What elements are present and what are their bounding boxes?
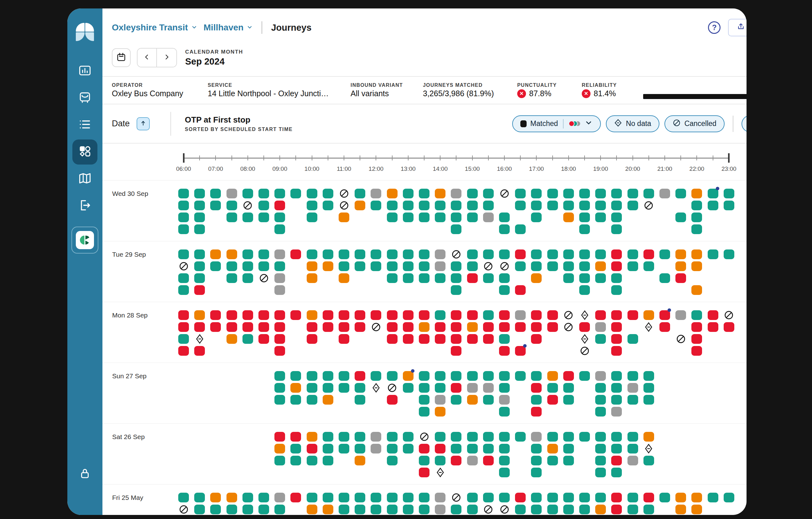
- journey-cell[interactable]: [579, 504, 590, 514]
- journey-cell[interactable]: [290, 310, 301, 320]
- journey-cell[interactable]: [531, 504, 542, 514]
- journey-cell[interactable]: [371, 504, 381, 514]
- journey-cell[interactable]: [227, 504, 237, 514]
- journey-cell[interactable]: [355, 444, 365, 454]
- journey-cancelled-icon[interactable]: [500, 189, 510, 198]
- journey-cell[interactable]: [387, 189, 398, 198]
- journey-cell[interactable]: [194, 273, 205, 283]
- journey-cell[interactable]: [675, 273, 686, 283]
- journey-cell[interactable]: [660, 273, 670, 283]
- journey-cell[interactable]: [307, 200, 317, 210]
- journey-cell[interactable]: [467, 322, 478, 332]
- journey-cell[interactable]: [724, 249, 734, 259]
- journey-cell[interactable]: [323, 456, 333, 465]
- journey-cell[interactable]: [435, 273, 445, 283]
- journey-cell[interactable]: [467, 493, 478, 502]
- journey-cell[interactable]: [691, 224, 702, 234]
- journey-cell[interactable]: [307, 444, 317, 454]
- journey-cell[interactable]: [467, 504, 478, 514]
- journey-cell[interactable]: [419, 493, 430, 502]
- journey-cell[interactable]: [339, 322, 349, 332]
- journey-cell[interactable]: [724, 493, 734, 502]
- journey-cell[interactable]: [643, 249, 654, 259]
- journey-cell[interactable]: [323, 322, 333, 332]
- journey-cell[interactable]: [531, 189, 542, 198]
- journey-cell[interactable]: [307, 273, 317, 283]
- journey-cancelled-icon[interactable]: [483, 504, 493, 514]
- journey-cell[interactable]: [274, 189, 285, 198]
- journey-cell[interactable]: [435, 371, 445, 381]
- journey-cell[interactable]: [274, 371, 285, 381]
- journey-cell[interactable]: [387, 262, 398, 271]
- journey-cell[interactable]: [643, 395, 654, 405]
- journey-cell[interactable]: [258, 262, 269, 271]
- journey-cell[interactable]: [515, 322, 526, 332]
- journey-no-data-icon[interactable]: [580, 310, 589, 320]
- journey-cell[interactable]: [611, 407, 622, 416]
- journey-cell[interactable]: [499, 334, 510, 344]
- journey-cell[interactable]: [274, 504, 285, 514]
- journey-cell[interactable]: [274, 273, 285, 283]
- journey-cell[interactable]: [227, 262, 237, 271]
- journey-cell[interactable]: [194, 504, 205, 514]
- help-button[interactable]: ?: [708, 21, 721, 34]
- journey-cell[interactable]: [531, 493, 542, 502]
- journey-cell[interactable]: [675, 189, 686, 198]
- journey-cell[interactable]: [628, 200, 638, 210]
- journey-cell[interactable]: [274, 322, 285, 332]
- journey-cancelled-icon[interactable]: [259, 273, 269, 283]
- journey-cell[interactable]: [611, 224, 622, 234]
- journey-cell[interactable]: [499, 310, 510, 320]
- journey-cell[interactable]: [451, 285, 461, 295]
- journey-cell[interactable]: [323, 249, 333, 259]
- journey-cell[interactable]: [579, 371, 590, 381]
- journey-cell[interactable]: [467, 334, 478, 344]
- journey-cell[interactable]: [194, 224, 205, 234]
- journey-cell[interactable]: [307, 456, 317, 465]
- journey-cell[interactable]: [339, 249, 349, 259]
- journey-cell[interactable]: [355, 322, 365, 332]
- journey-cell[interactable]: [611, 346, 622, 356]
- journey-cell[interactable]: [547, 395, 558, 405]
- journey-cell[interactable]: [435, 200, 445, 210]
- journey-cell[interactable]: [691, 322, 702, 332]
- journey-cell[interactable]: [467, 371, 478, 381]
- journey-cell[interactable]: [307, 310, 317, 320]
- journey-cell[interactable]: [387, 395, 398, 405]
- journey-cell[interactable]: [531, 383, 542, 393]
- journey-cell[interactable]: [547, 322, 558, 332]
- journey-cell[interactable]: [435, 213, 445, 222]
- journey-cell[interactable]: [451, 322, 461, 332]
- journey-cell[interactable]: [403, 493, 413, 502]
- journey-cell[interactable]: [547, 189, 558, 198]
- journey-cell[interactable]: [531, 322, 542, 332]
- journey-cell[interactable]: [274, 395, 285, 405]
- sidebar-item-sign-out[interactable]: [72, 193, 97, 218]
- journey-cell[interactable]: [274, 310, 285, 320]
- journey-cell[interactable]: [435, 444, 445, 454]
- journey-cell[interactable]: [467, 310, 478, 320]
- journey-cell[interactable]: [628, 249, 638, 259]
- journey-cell[interactable]: [675, 249, 686, 259]
- journey-cell[interactable]: [274, 334, 285, 344]
- journey-cell[interactable]: [515, 310, 526, 320]
- journey-cell[interactable]: [691, 310, 702, 320]
- legend-matched-toggle[interactable]: Matched: [512, 115, 601, 132]
- journey-cell[interactable]: [307, 371, 317, 381]
- journey-cell[interactable]: [643, 262, 654, 271]
- journey-cell[interactable]: [323, 310, 333, 320]
- calendar-picker-button[interactable]: [112, 48, 130, 67]
- journey-cell[interactable]: [419, 273, 430, 283]
- journey-cell[interactable]: [595, 273, 606, 283]
- journey-cell[interactable]: [579, 224, 590, 234]
- journey-cell[interactable]: [611, 468, 622, 477]
- journey-cell[interactable]: [403, 262, 413, 271]
- journey-cell[interactable]: [467, 383, 478, 393]
- journey-cell[interactable]: [467, 249, 478, 259]
- journey-cell[interactable]: [531, 310, 542, 320]
- sidebar-item-services-list[interactable]: [72, 112, 97, 138]
- sidebar-item-journeys-matrix[interactable]: [72, 139, 97, 165]
- journey-cell[interactable]: [611, 213, 622, 222]
- journey-cell[interactable]: [499, 444, 510, 454]
- journey-cell[interactable]: [419, 444, 430, 454]
